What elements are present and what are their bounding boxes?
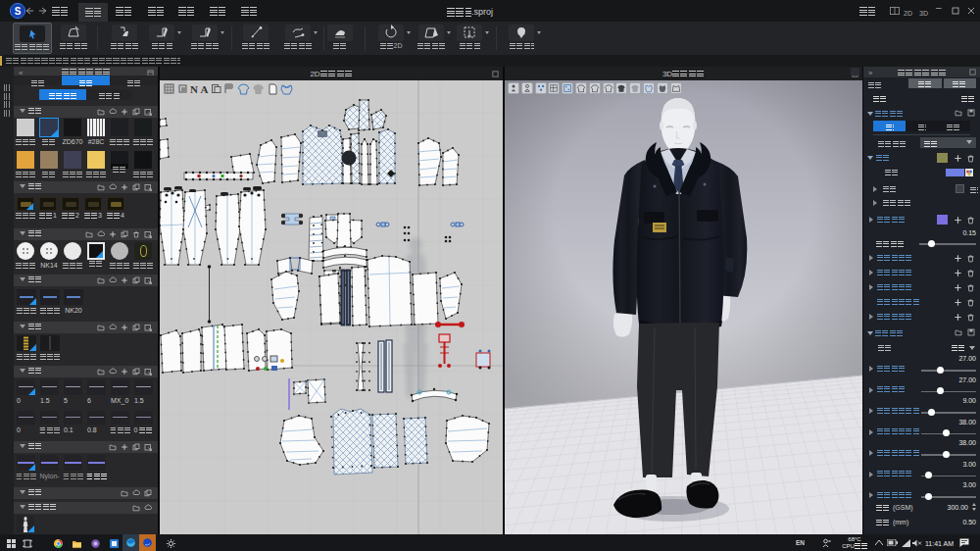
svg-text:S: S [15,6,22,17]
